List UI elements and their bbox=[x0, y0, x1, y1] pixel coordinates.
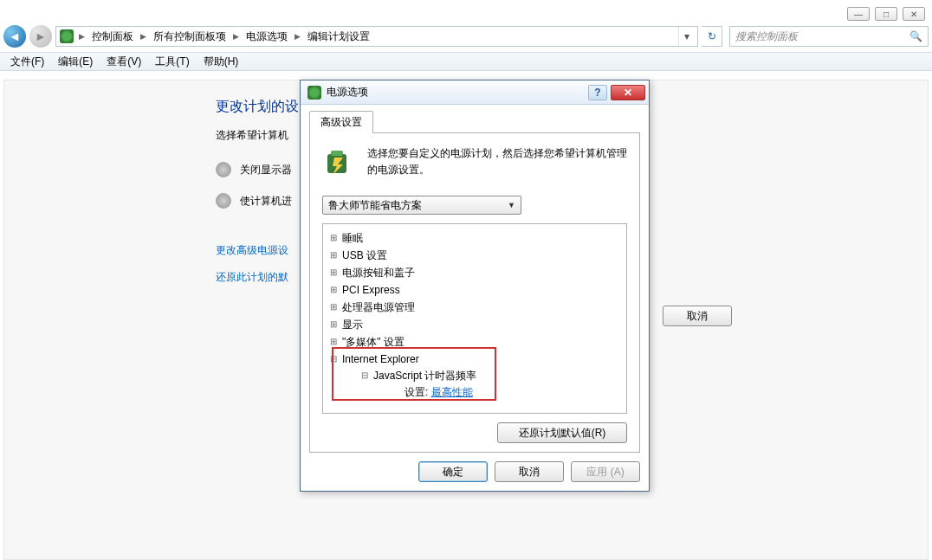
restore-defaults-button[interactable]: 还原计划默认值(R) bbox=[497, 422, 627, 443]
battery-icon bbox=[322, 145, 357, 180]
page-title: 更改计划的设 bbox=[216, 98, 299, 116]
dialog-description: 选择您要自定义的电源计划，然后选择您希望计算机管理的电源设置。 bbox=[367, 145, 627, 178]
link-restore-defaults[interactable]: 还原此计划的默 bbox=[216, 270, 299, 285]
chevron-right-icon: ▶ bbox=[137, 32, 150, 41]
sleep-icon bbox=[216, 193, 231, 209]
tree-ie-label: Internet Explorer bbox=[342, 353, 419, 365]
svg-rect-1 bbox=[331, 151, 343, 156]
chevron-right-icon: ▶ bbox=[230, 32, 243, 41]
minimize-button[interactable]: — bbox=[847, 7, 870, 21]
search-input[interactable]: 搜索控制面板 🔍 bbox=[729, 26, 929, 47]
maximize-button[interactable]: □ bbox=[875, 7, 897, 21]
nav-back-button[interactable]: ◄ bbox=[3, 25, 26, 48]
tree-js-timer[interactable]: JavaScript 计时器频率 设置: 最高性能 bbox=[358, 367, 623, 402]
settings-tree[interactable]: 睡眠 USB 设置 电源按钮和盖子 PCI Express 处理器电源管理 显示… bbox=[322, 223, 627, 414]
close-dialog-button[interactable]: ✕ bbox=[611, 85, 645, 100]
tab-advanced[interactable]: 高级设置 bbox=[309, 111, 373, 133]
option-display-off: 关闭显示器 bbox=[240, 163, 292, 177]
chevron-right-icon: ▶ bbox=[291, 32, 304, 41]
page-subtitle: 选择希望计算机 bbox=[216, 128, 299, 143]
search-placeholder: 搜索控制面板 bbox=[735, 29, 798, 44]
menu-tools[interactable]: 工具(T) bbox=[155, 55, 189, 69]
setting-label: 设置: bbox=[405, 386, 428, 398]
power-plan-value: 鲁大师节能省电方案 bbox=[328, 198, 422, 213]
tree-pci-express[interactable]: PCI Express bbox=[327, 281, 623, 299]
tree-sleep[interactable]: 睡眠 bbox=[327, 229, 623, 247]
menu-view[interactable]: 查看(V) bbox=[107, 55, 141, 69]
cancel-button[interactable]: 取消 bbox=[663, 306, 732, 326]
menu-help[interactable]: 帮助(H) bbox=[204, 55, 239, 69]
refresh-button[interactable]: ↻ bbox=[702, 26, 722, 47]
control-panel-icon bbox=[60, 29, 74, 43]
tree-power-buttons[interactable]: 电源按钮和盖子 bbox=[327, 264, 623, 281]
tree-usb[interactable]: USB 设置 bbox=[327, 247, 623, 264]
power-options-icon bbox=[307, 86, 321, 100]
help-button[interactable]: ? bbox=[588, 85, 607, 100]
tree-internet-explorer[interactable]: Internet Explorer JavaScript 计时器频率 设置: 最… bbox=[327, 351, 623, 402]
menu-file[interactable]: 文件(F) bbox=[10, 55, 44, 69]
breadcrumb[interactable]: ▶ 控制面板 ▶ 所有控制面板项 ▶ 电源选项 ▶ 编辑计划设置 ▾ bbox=[55, 26, 698, 47]
display-off-icon bbox=[216, 162, 231, 177]
breadcrumb-dropdown[interactable]: ▾ bbox=[678, 27, 694, 46]
option-sleep: 使计算机进 bbox=[240, 194, 292, 209]
power-plan-select[interactable]: 鲁大师节能省电方案 ▼ bbox=[322, 196, 521, 215]
tree-js-timer-label: JavaScript 计时器频率 bbox=[373, 370, 476, 382]
breadcrumb-item[interactable]: 所有控制面板项 bbox=[152, 29, 228, 44]
dialog-title: 电源选项 bbox=[327, 85, 588, 100]
tree-multimedia[interactable]: "多媒体" 设置 bbox=[327, 333, 623, 351]
setting-value[interactable]: 最高性能 bbox=[431, 386, 473, 398]
close-window-button[interactable]: ✕ bbox=[903, 7, 925, 21]
tree-js-timer-setting[interactable]: 设置: 最高性能 bbox=[389, 383, 623, 401]
tree-display[interactable]: 显示 bbox=[327, 316, 623, 333]
breadcrumb-item[interactable]: 电源选项 bbox=[244, 29, 289, 44]
search-icon: 🔍 bbox=[909, 30, 922, 42]
ok-button[interactable]: 确定 bbox=[418, 461, 488, 482]
breadcrumb-item[interactable]: 编辑计划设置 bbox=[306, 29, 372, 44]
menu-edit[interactable]: 编辑(E) bbox=[58, 55, 93, 69]
chevron-right-icon: ▶ bbox=[75, 32, 88, 41]
tree-cpu-power[interactable]: 处理器电源管理 bbox=[327, 299, 623, 316]
power-options-dialog: 电源选项 ? ✕ 高级设置 选择您要自定义的电源计划，然后选择您希望计算机管理的… bbox=[300, 80, 650, 492]
breadcrumb-item[interactable]: 控制面板 bbox=[90, 29, 135, 44]
chevron-down-icon: ▼ bbox=[508, 201, 515, 209]
menubar: 文件(F) 编辑(E) 查看(V) 工具(T) 帮助(H) bbox=[0, 52, 932, 71]
cancel-button[interactable]: 取消 bbox=[495, 461, 564, 482]
nav-forward-button[interactable]: ► bbox=[29, 25, 52, 48]
link-advanced-settings[interactable]: 更改高级电源设 bbox=[216, 243, 299, 258]
apply-button[interactable]: 应用 (A) bbox=[571, 461, 640, 482]
